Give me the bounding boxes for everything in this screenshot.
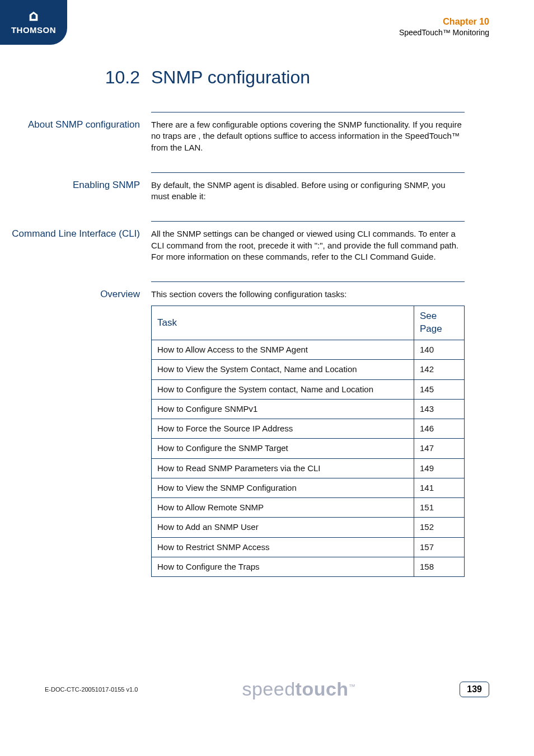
page-cell: 143 xyxy=(414,399,465,419)
page: THOMSON Chapter 10 SpeedTouch™ Monitorin… xyxy=(0,0,534,756)
page-cell: 146 xyxy=(414,419,465,439)
logo-corner: THOMSON xyxy=(0,0,67,45)
section-about: About SNMP configuration There are a few… xyxy=(0,112,534,166)
task-cell: How to View the SNMP Configuration xyxy=(152,478,414,497)
section-body-about: There are a few configurable options cov… xyxy=(151,112,465,166)
table-header-row: Task See Page xyxy=(152,306,465,340)
tasks-table: Task See Page How to Allow Access to the… xyxy=(151,306,465,577)
task-cell: How to Add an SNMP User xyxy=(152,518,414,537)
chapter-subtitle: SpeedTouch™ Monitoring xyxy=(399,28,489,37)
section-cli: Command Line Interface (CLI) All the SNM… xyxy=(0,221,534,275)
table-row: How to Allow Access to the SNMP Agent140 xyxy=(152,340,465,360)
task-cell: How to Allow Remote SNMP xyxy=(152,498,414,518)
section-body-enabling: By default, the SNMP agent is disabled. … xyxy=(151,172,465,215)
section-label-about: About SNMP configuration xyxy=(0,112,151,166)
page-cell: 158 xyxy=(414,557,465,576)
header-right: Chapter 10 SpeedTouch™ Monitoring xyxy=(399,17,489,37)
task-cell: How to Configure the Traps xyxy=(152,557,414,576)
page-cell: 149 xyxy=(414,458,465,478)
page-cell: 152 xyxy=(414,518,465,537)
about-text: There are a few configurable options cov… xyxy=(151,119,465,153)
col-task: Task xyxy=(152,306,414,340)
table-row: How to Configure the Traps158 xyxy=(152,557,465,576)
page-title: 10.2 SNMP configuration xyxy=(0,67,534,88)
chapter-label: Chapter 10 xyxy=(399,17,489,27)
brand-light: speed xyxy=(242,678,295,699)
page-footer: E-DOC-CTC-20051017-0155 v1.0 speedtouch™… xyxy=(0,678,534,700)
section-enabling: Enabling SNMP By default, the SNMP agent… xyxy=(0,172,534,215)
section-number: 10.2 xyxy=(0,67,151,88)
page-cell: 147 xyxy=(414,439,465,458)
section-title: SNMP configuration xyxy=(151,67,310,88)
task-cell: How to Read SNMP Parameters via the CLI xyxy=(152,458,414,478)
page-cell: 141 xyxy=(414,478,465,497)
brand-bold: touch xyxy=(296,678,349,699)
task-cell: How to Allow Access to the SNMP Agent xyxy=(152,340,414,360)
task-cell: How to Configure SNMPv1 xyxy=(152,399,414,419)
page-number: 139 xyxy=(460,682,489,697)
doc-reference: E-DOC-CTC-20051017-0155 v1.0 xyxy=(45,686,138,693)
page-cell: 151 xyxy=(414,498,465,518)
table-row: How to Force the Source IP Address146 xyxy=(152,419,465,439)
task-cell: How to Restrict SNMP Access xyxy=(152,537,414,557)
table-row: How to Add an SNMP User152 xyxy=(152,518,465,537)
table-row: How to Restrict SNMP Access157 xyxy=(152,537,465,557)
section-label-overview: Overview xyxy=(0,281,151,584)
task-cell: How to View the System Contact, Name and… xyxy=(152,360,414,379)
section-label-enabling: Enabling SNMP xyxy=(0,172,151,215)
table-row: How to Configure the System contact, Nam… xyxy=(152,379,465,399)
cli-text: All the SNMP settings can be changed or … xyxy=(151,228,465,262)
table-row: How to View the SNMP Configuration141 xyxy=(152,478,465,497)
brand-speedtouch: speedtouch™ xyxy=(242,678,355,700)
thomson-logo-icon xyxy=(27,11,40,23)
table-row: How to Read SNMP Parameters via the CLI1… xyxy=(152,458,465,478)
section-body-cli: All the SNMP settings can be changed or … xyxy=(151,221,465,275)
col-page: See Page xyxy=(414,306,465,340)
page-cell: 145 xyxy=(414,379,465,399)
page-cell: 140 xyxy=(414,340,465,360)
task-cell: How to Configure the SNMP Target xyxy=(152,439,414,458)
table-row: How to Configure SNMPv1143 xyxy=(152,399,465,419)
table-row: How to Allow Remote SNMP151 xyxy=(152,498,465,518)
content-area: About SNMP configuration There are a few… xyxy=(0,112,534,590)
section-overview: Overview This section covers the followi… xyxy=(0,281,534,584)
table-row: How to View the System Contact, Name and… xyxy=(152,360,465,379)
logo-text: THOMSON xyxy=(11,25,56,35)
task-cell: How to Configure the System contact, Nam… xyxy=(152,379,414,399)
page-cell: 142 xyxy=(414,360,465,379)
overview-intro: This section covers the following config… xyxy=(151,289,465,300)
enabling-text: By default, the SNMP agent is disabled. … xyxy=(151,180,465,203)
page-cell: 157 xyxy=(414,537,465,557)
table-row: How to Configure the SNMP Target147 xyxy=(152,439,465,458)
section-body-overview: This section covers the following config… xyxy=(151,281,465,584)
task-cell: How to Force the Source IP Address xyxy=(152,419,414,439)
section-label-cli: Command Line Interface (CLI) xyxy=(0,221,151,275)
brand-tm: ™ xyxy=(349,683,356,691)
